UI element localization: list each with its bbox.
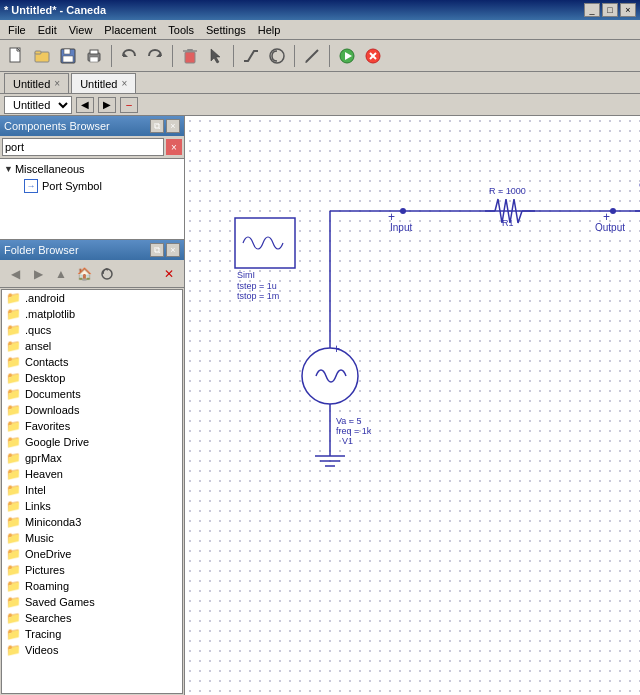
sheet-selector[interactable]: Untitled xyxy=(4,96,72,114)
components-browser-float-button[interactable]: ⧉ xyxy=(150,119,164,133)
folder-forward-button[interactable]: ▶ xyxy=(27,263,49,285)
folder-list[interactable]: 📁.android📁.matplotlib📁.qucs📁ansel📁Contac… xyxy=(1,289,183,694)
svg-marker-11 xyxy=(123,52,128,57)
menu-view[interactable]: View xyxy=(63,22,99,38)
tree-triangle[interactable]: ▼ xyxy=(4,164,13,174)
folder-browser: Folder Browser ⧉ × ◀ ▶ ▲ 🏠 ✕ xyxy=(0,240,184,695)
folder-item[interactable]: 📁Google Drive xyxy=(2,434,182,450)
folder-reload-button[interactable] xyxy=(96,263,118,285)
svg-text:tstop = 1m: tstop = 1m xyxy=(237,291,279,301)
tab-untitled-2[interactable]: Untitled × xyxy=(71,73,136,93)
folder-item[interactable]: 📁Searches xyxy=(2,610,182,626)
sheet-prev-button[interactable]: ◀ xyxy=(76,97,94,113)
folder-item[interactable]: 📁Documents xyxy=(2,386,182,402)
minimize-button[interactable]: _ xyxy=(584,3,600,17)
draw-button[interactable] xyxy=(300,44,324,68)
folder-icon: 📁 xyxy=(6,531,21,545)
search-input[interactable] xyxy=(2,138,164,156)
secondary-bar: Untitled ◀ ▶ – xyxy=(0,94,640,116)
folder-item[interactable]: 📁.matplotlib xyxy=(2,306,182,322)
folder-delete-button[interactable]: ✕ xyxy=(158,263,180,285)
search-clear-button[interactable]: × xyxy=(166,139,182,155)
folder-item[interactable]: 📁Videos xyxy=(2,642,182,658)
folder-item[interactable]: 📁Contacts xyxy=(2,354,182,370)
svg-text:R = 1000: R = 1000 xyxy=(489,186,526,196)
save-button[interactable] xyxy=(56,44,80,68)
canvas-area[interactable]: + Input Output R = 1000 R1 xyxy=(185,116,640,695)
folder-item[interactable]: 📁Heaven xyxy=(2,466,182,482)
folder-browser-header: Folder Browser ⧉ × xyxy=(0,240,184,260)
svg-rect-9 xyxy=(90,50,98,54)
tab-untitled-1[interactable]: Untitled × xyxy=(4,73,69,93)
folder-item[interactable]: 📁Desktop xyxy=(2,370,182,386)
folder-name: Videos xyxy=(25,644,58,656)
title-bar-controls: _ □ × xyxy=(584,3,636,17)
components-browser: Components Browser ⧉ × × ▼ Miscellaneous xyxy=(0,116,184,240)
svg-text:freq = 1k: freq = 1k xyxy=(336,426,372,436)
menu-placement[interactable]: Placement xyxy=(98,22,162,38)
folder-back-button[interactable]: ◀ xyxy=(4,263,26,285)
menu-file[interactable]: File xyxy=(2,22,32,38)
folder-name: Heaven xyxy=(25,468,63,480)
open-button[interactable] xyxy=(30,44,54,68)
folder-name: Contacts xyxy=(25,356,68,368)
folder-item[interactable]: 📁Links xyxy=(2,498,182,514)
folder-item[interactable]: 📁Downloads xyxy=(2,402,182,418)
tab-close-2[interactable]: × xyxy=(121,78,127,89)
tree-item-label: Port Symbol xyxy=(42,180,102,192)
folder-browser-close-button[interactable]: × xyxy=(166,243,180,257)
delete-button[interactable] xyxy=(178,44,202,68)
components-browser-title: Components Browser xyxy=(4,120,110,132)
undo-button[interactable] xyxy=(117,44,141,68)
tree-group-miscellaneous: ▼ Miscellaneous xyxy=(4,163,180,175)
folder-icon: 📁 xyxy=(6,595,21,609)
menu-help[interactable]: Help xyxy=(252,22,287,38)
folder-item[interactable]: 📁Roaming xyxy=(2,578,182,594)
components-browser-controls: ⧉ × xyxy=(150,119,180,133)
redo-button[interactable] xyxy=(143,44,167,68)
new-button[interactable] xyxy=(4,44,28,68)
folder-icon: 📁 xyxy=(6,435,21,449)
folder-item[interactable]: 📁Miniconda3 xyxy=(2,514,182,530)
svg-line-17 xyxy=(306,50,318,62)
folder-item[interactable]: 📁Saved Games xyxy=(2,594,182,610)
run-button[interactable] xyxy=(335,44,359,68)
print-button[interactable] xyxy=(82,44,106,68)
folder-item[interactable]: 📁ansel xyxy=(2,338,182,354)
folder-item[interactable]: 📁Favorites xyxy=(2,418,182,434)
folder-item[interactable]: 📁Intel xyxy=(2,482,182,498)
svg-text:tstep = 1u: tstep = 1u xyxy=(237,281,277,291)
svg-text:R1: R1 xyxy=(502,218,514,228)
maximize-button[interactable]: □ xyxy=(602,3,618,17)
menu-settings[interactable]: Settings xyxy=(200,22,252,38)
folder-item[interactable]: 📁.qucs xyxy=(2,322,182,338)
sheet-next-button[interactable]: ▶ xyxy=(98,97,116,113)
folder-item[interactable]: 📁OneDrive xyxy=(2,546,182,562)
tab-close-1[interactable]: × xyxy=(54,78,60,89)
svg-text:SimI: SimI xyxy=(237,270,255,280)
menu-edit[interactable]: Edit xyxy=(32,22,63,38)
folder-browser-float-button[interactable]: ⧉ xyxy=(150,243,164,257)
folder-up-button[interactable]: ▲ xyxy=(50,263,72,285)
menu-tools[interactable]: Tools xyxy=(162,22,200,38)
folder-icon: 📁 xyxy=(6,499,21,513)
stop-button[interactable] xyxy=(361,44,385,68)
components-browser-close-button[interactable]: × xyxy=(166,119,180,133)
separator-3 xyxy=(233,45,234,67)
folder-item[interactable]: 📁gprMax xyxy=(2,450,182,466)
wire-button[interactable] xyxy=(239,44,263,68)
close-button[interactable]: × xyxy=(620,3,636,17)
window-title: * Untitled* - Caneda xyxy=(4,4,106,16)
folder-item[interactable]: 📁Music xyxy=(2,530,182,546)
tree-item-port-symbol[interactable]: → Port Symbol xyxy=(4,177,180,195)
folder-item[interactable]: 📁Tracing xyxy=(2,626,182,642)
folder-item[interactable]: 📁Pictures xyxy=(2,562,182,578)
spice-button[interactable] xyxy=(265,44,289,68)
folder-name: Pictures xyxy=(25,564,65,576)
title-bar: * Untitled* - Caneda _ □ × xyxy=(0,0,640,20)
folder-name: Google Drive xyxy=(25,436,89,448)
folder-item[interactable]: 📁.android xyxy=(2,290,182,306)
folder-home-button[interactable]: 🏠 xyxy=(73,263,95,285)
select-button[interactable] xyxy=(204,44,228,68)
sheet-minus-button[interactable]: – xyxy=(120,97,138,113)
